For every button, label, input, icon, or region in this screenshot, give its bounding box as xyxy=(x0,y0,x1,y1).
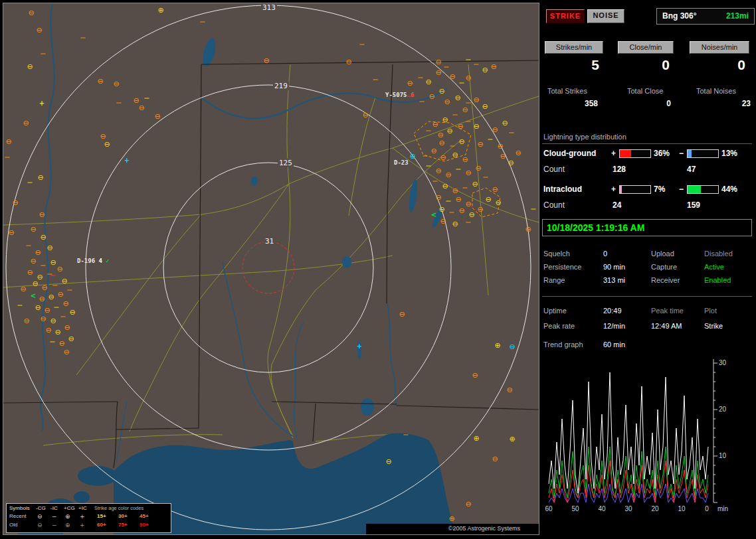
strike-symbol: ⊖ xyxy=(62,299,68,308)
total-noises-label: Total Noises xyxy=(696,87,736,95)
strike-symbol: ⊖ xyxy=(56,265,62,273)
cg-plus-bar xyxy=(619,149,651,158)
strike-symbol xyxy=(531,209,536,210)
legend-col-cg-minus: -CG xyxy=(36,505,46,512)
upload-label: Upload xyxy=(651,250,674,258)
strike-indicator-button[interactable]: STRIKE xyxy=(546,9,585,23)
range-label: Range xyxy=(543,276,565,284)
strike-symbol xyxy=(433,181,438,182)
strike-symbol xyxy=(450,212,454,213)
strike-symbol xyxy=(27,246,31,246)
strike-symbol: ⊖ xyxy=(435,58,441,66)
strike-symbol: ⊖ xyxy=(39,295,45,303)
strike-symbol: ⊖ xyxy=(477,205,483,214)
x-tick-40: 40 xyxy=(595,505,609,512)
persistence-value: 90 min xyxy=(603,263,625,271)
strike-symbol: ⊖ xyxy=(458,206,464,215)
strike-symbol: ⊖ xyxy=(495,198,501,207)
legend-col-ic-plus: +IC xyxy=(78,505,87,512)
strike-symbol: ⊖ xyxy=(438,205,444,214)
strike-symbol: ⊖ xyxy=(36,26,42,35)
x-tick-10: 10 xyxy=(675,505,688,512)
legend-symbol-icon: + xyxy=(80,513,85,520)
strike-symbol xyxy=(28,183,33,183)
y-tick-30: 30 xyxy=(719,359,735,366)
ic-plus-count: 24 xyxy=(613,200,621,210)
x-tick-30: 30 xyxy=(622,505,635,512)
capture-value: Active xyxy=(704,263,724,271)
strike-symbol: ⊖ xyxy=(454,94,460,102)
strike-symbol: ⊖ xyxy=(465,74,471,82)
strike-symbol: ⊖ xyxy=(362,111,368,119)
peak-rate-value: 12/min xyxy=(603,322,625,330)
total-close-value: 0 xyxy=(627,99,671,108)
strike-symbol: ⊖ xyxy=(435,68,441,77)
legend-symbol-icon: ⊖ xyxy=(37,522,43,528)
datetime-box: 10/18/2025 1:19:16 AM xyxy=(542,219,752,236)
strike-symbol xyxy=(426,131,431,131)
strike-symbol: ⊖ xyxy=(35,303,41,312)
strike-symbol: ⊖ xyxy=(440,217,446,226)
legend-col-ic-minus: -IC xyxy=(50,505,58,512)
squelch-value: 0 xyxy=(603,250,607,258)
strike-symbol xyxy=(41,54,46,54)
strike-symbol xyxy=(466,222,471,223)
strike-symbol xyxy=(373,80,378,80)
strike-symbol: ⊖ xyxy=(430,147,436,155)
strike-symbol: ⊖ xyxy=(452,220,458,228)
strike-symbol xyxy=(404,435,409,435)
strike-symbol: ⊖ xyxy=(47,244,52,252)
strike-symbol: ⊖ xyxy=(64,323,70,332)
intracloud-row: Intracloud + 7% − 44% xyxy=(539,185,756,194)
strike-symbol: ⊖ xyxy=(482,102,488,111)
strike-symbol: ⊖ xyxy=(40,315,46,323)
strike-symbol: ⊖ xyxy=(458,137,464,146)
close-per-min-button[interactable]: Close/min xyxy=(618,41,674,54)
strike-symbol: ⊖ xyxy=(457,122,463,131)
strike-symbol: ⊖ xyxy=(263,56,269,65)
strike-symbol: + xyxy=(39,100,45,107)
app-window: ⊖⊖⊖⊖⊖⊖⊖⊖⊖⊖+⊖⊖⊖⊖⊖⊖⊕⊖⊖⊖⊖⊖⊖⊖⊖⊖⊖⊖⊖⊖⊖⊖⊖⊖⊖⊖⊖⊖⊖… xyxy=(0,0,756,539)
status-row: Squelch 0 Upload Disabled xyxy=(539,250,756,262)
strike-symbol: ⊖ xyxy=(515,149,521,157)
strike-symbol: < xyxy=(31,292,36,299)
count-label: Count xyxy=(543,200,565,210)
strike-symbol xyxy=(5,157,10,158)
peak-time-value: 12:49 AM xyxy=(651,322,682,330)
storm-cell-label: D-196 4 ✓ xyxy=(77,258,110,264)
strike-symbol: ⊖ xyxy=(472,371,478,380)
divider xyxy=(542,143,752,144)
strike-symbol: ⊖ xyxy=(61,277,67,285)
strike-symbol xyxy=(453,115,458,116)
y-tick-20: 20 xyxy=(719,406,735,413)
strike-symbol: ⊖ xyxy=(39,210,45,219)
total-strikes-value: 358 xyxy=(547,99,598,108)
ring-label-313: 313 xyxy=(261,3,277,12)
storm-cell-label: Y-5075 6 xyxy=(385,92,414,98)
copyright-text: ©2005 Astrogenic Systems xyxy=(366,524,539,534)
noises-per-min-button[interactable]: Noises/min xyxy=(690,41,749,54)
strike-symbol: ⊖ xyxy=(30,257,36,266)
strike-symbol: ⊖ xyxy=(452,151,458,159)
strike-symbol: ⊕ xyxy=(409,152,415,161)
strike-symbol: ⊖ xyxy=(465,200,471,208)
strike-symbol: ⊖ xyxy=(492,125,498,134)
strike-symbol: ⊖ xyxy=(97,77,103,86)
strike-symbol xyxy=(488,139,493,140)
strike-symbol: ⊖ xyxy=(462,106,468,114)
strike-symbol xyxy=(360,44,365,45)
strike-symbol: ⊖ xyxy=(45,326,51,335)
strike-symbol: ⊖ xyxy=(23,119,29,127)
strike-symbol: ⊖ xyxy=(442,182,448,191)
total-close-label: Total Close xyxy=(627,87,663,95)
x-tick-20: 20 xyxy=(648,505,662,512)
strike-symbol: ⊖ xyxy=(468,210,474,219)
strike-symbol: ⊖ xyxy=(104,140,110,149)
strike-symbol: ⊕ xyxy=(494,341,500,350)
bearing-distance: 213mi xyxy=(726,11,749,21)
capture-label: Capture xyxy=(651,263,677,271)
lightning-map[interactable]: ⊖⊖⊖⊖⊖⊖⊖⊖⊖⊖+⊖⊖⊖⊖⊖⊖⊕⊖⊖⊖⊖⊖⊖⊖⊖⊖⊖⊖⊖⊖⊖⊖⊖⊖⊖⊖⊖⊖⊖… xyxy=(3,3,539,535)
noise-indicator-button[interactable]: NOISE xyxy=(587,9,624,23)
strike-symbol xyxy=(117,103,122,104)
strikes-per-min-button[interactable]: Strikes/min xyxy=(545,41,603,54)
